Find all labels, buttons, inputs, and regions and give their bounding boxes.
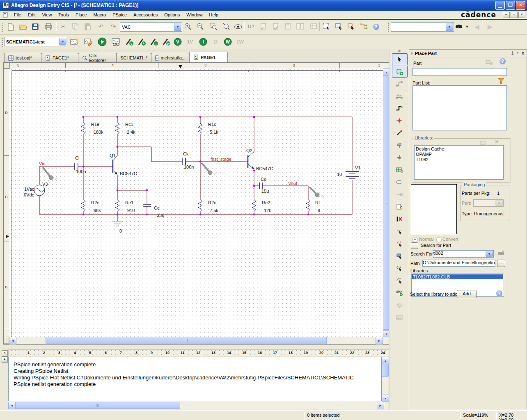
browse-path-button[interactable]: ...: [497, 260, 505, 267]
run-pspice-button[interactable]: [96, 36, 108, 48]
menu-file[interactable]: File: [11, 11, 25, 18]
hierarchy-button[interactable]: [358, 21, 369, 32]
val-re1[interactable]: 910: [127, 208, 135, 213]
edit-part-button[interactable]: [346, 21, 357, 32]
library-item[interactable]: Design Cache: [416, 146, 503, 152]
menu-view[interactable]: View: [39, 11, 55, 18]
tab-cis-explorer[interactable]: CIS Explorer: [78, 53, 117, 62]
restore-button[interactable]: ❐: [506, 1, 515, 10]
menu-tools[interactable]: Tools: [55, 11, 72, 18]
place-text-tool[interactable]: abc: [392, 287, 407, 298]
search-result-item-selected[interactable]: TL082/TL082.OLB: [412, 274, 503, 279]
zoom-out-button[interactable]: [195, 21, 206, 32]
collapse-search-button[interactable]: -: [411, 242, 418, 249]
menu-help[interactable]: Help: [206, 11, 222, 18]
place-polyline-tool[interactable]: [392, 238, 407, 249]
log-horizontal-scrollbar[interactable]: ◀ ▶: [8, 402, 388, 409]
val-r2c[interactable]: 7.5k: [210, 208, 218, 213]
ref-re2[interactable]: Re2: [262, 200, 270, 205]
libraries-list[interactable]: Design Cache OPAMP TL082: [414, 145, 504, 180]
new-sim-profile-button[interactable]: [68, 36, 80, 48]
zoom-fit-button[interactable]: [221, 21, 232, 32]
wires[interactable]: [39, 117, 352, 226]
zoom-area-button[interactable]: [208, 21, 219, 32]
chevron-down-icon[interactable]: ▼: [59, 38, 66, 46]
find-options-button[interactable]: ▼: [464, 21, 470, 32]
place-rectangle-tool[interactable]: [392, 250, 407, 261]
place-ellipse-tool[interactable]: [392, 262, 407, 274]
find-button[interactable]: [454, 21, 464, 32]
place-line-tool[interactable]: [392, 226, 407, 237]
ref-ce[interactable]: Ce: [154, 205, 160, 210]
chevron-down-icon[interactable]: ▼: [446, 23, 453, 31]
remove-library-icon[interactable]: ✕: [495, 139, 499, 145]
canvas-vertical-scrollbar[interactable]: ▲ ▼: [383, 68, 390, 337]
ref-co[interactable]: Co: [261, 177, 266, 182]
net-label-vin[interactable]: Vin: [39, 161, 46, 166]
val-ce[interactable]: 33u: [157, 213, 164, 218]
val-rc1[interactable]: 2.4k: [127, 130, 135, 135]
scroll-right-icon[interactable]: ▶: [376, 337, 383, 345]
ground-label[interactable]: 0: [119, 228, 122, 233]
view-sim-results-button[interactable]: [110, 36, 122, 48]
ref-rc1[interactable]: Rc1: [125, 122, 133, 127]
horizontal-scroll-thumb[interactable]: [46, 337, 327, 344]
ref-r2c[interactable]: R2c: [208, 200, 216, 205]
menu-window[interactable]: Window: [183, 11, 206, 18]
log-text-area[interactable]: PSpice netlist generation complete Creat…: [8, 357, 382, 401]
search-combo[interactable]: ▼: [391, 22, 454, 32]
part-input[interactable]: [412, 68, 507, 76]
ref-re1[interactable]: Re1: [125, 200, 133, 205]
val-q1[interactable]: BC547C: [120, 171, 137, 176]
val-re2[interactable]: 120: [264, 208, 271, 213]
place-net-alias-tool[interactable]: abc: [392, 90, 407, 101]
place-bus-entry-tool[interactable]: [392, 127, 407, 138]
val-v3-vdc[interactable]: 0Vdc: [24, 192, 34, 197]
ref-ci[interactable]: Ci: [75, 155, 79, 160]
voltage-diff-marker-button[interactable]: +: [135, 36, 148, 48]
minimize-button[interactable]: ▁: [495, 1, 505, 10]
canvas-horizontal-scrollbar[interactable]: ◀ ▶: [4, 337, 389, 344]
close-button[interactable]: ×: [516, 1, 525, 10]
close-panel-icon[interactable]: x: [522, 50, 524, 55]
tab-schematic1[interactable]: SCHEMATI..*: [116, 53, 151, 62]
area-select-button[interactable]: [333, 21, 345, 32]
help-button[interactable]: ?: [370, 21, 382, 32]
place-bus-tool[interactable]: [392, 103, 407, 114]
open-button[interactable]: [17, 21, 29, 32]
panel-grip[interactable]: [411, 51, 412, 55]
scroll-right-icon[interactable]: ▶: [377, 402, 384, 409]
val-co[interactable]: 15u: [261, 189, 269, 194]
sim-profile-combo[interactable]: SCHEMATIC1-test ▼: [4, 37, 67, 46]
select-tool[interactable]: [392, 53, 408, 65]
add-library-icon[interactable]: [480, 139, 486, 145]
print-button[interactable]: [43, 21, 54, 32]
menu-options[interactable]: Options: [161, 11, 183, 18]
log-options-icon[interactable]: ▸: [2, 356, 8, 363]
menu-place[interactable]: Place: [72, 11, 90, 18]
current-marker-button[interactable]: I: [148, 36, 160, 48]
help-icon[interactable]: ?: [496, 290, 502, 297]
val-ci[interactable]: 100n: [76, 169, 86, 174]
add-library-button[interactable]: Add: [457, 290, 477, 298]
scroll-left-icon[interactable]: ◀: [8, 402, 16, 409]
place-part-tool[interactable]: [392, 66, 408, 78]
log-horizontal-scroll-thumb[interactable]: [15, 402, 180, 409]
place-hierarchical-block-tool[interactable]: [392, 164, 407, 175]
log-vertical-scrollbar[interactable]: ▲ ▼: [382, 357, 388, 401]
net-label-first-stage[interactable]: first_stage: [211, 157, 231, 162]
chevron-down-icon[interactable]: ▼: [174, 23, 181, 31]
close-log-icon[interactable]: ×: [2, 350, 8, 356]
new-button[interactable]: [5, 21, 16, 32]
scroll-up-icon[interactable]: ▲: [382, 357, 389, 364]
val-r1e[interactable]: 180k: [94, 130, 103, 135]
schematic-canvas[interactable]: Vin first_stage Vout R1e 180k Rc1 2.4k R…: [9, 68, 383, 337]
voltage-marker-button[interactable]: V: [123, 36, 135, 48]
filter-icon[interactable]: [498, 78, 504, 84]
ref-ck[interactable]: Ck: [183, 151, 189, 156]
scroll-left-icon[interactable]: ◀: [9, 337, 16, 345]
place-no-connect-tool[interactable]: [392, 213, 407, 224]
mdi-minimize-button[interactable]: –: [503, 12, 510, 18]
place-off-page-connector-tool[interactable]: [392, 201, 407, 212]
enable-voltage-display-button[interactable]: V: [172, 36, 184, 48]
